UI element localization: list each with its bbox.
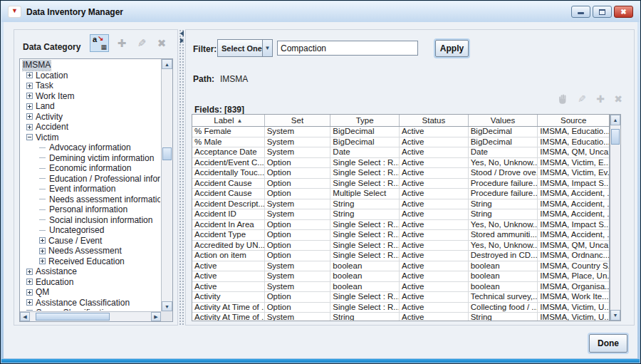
table-cell[interactable]: BigDecimal xyxy=(330,127,400,137)
expand-icon[interactable] xyxy=(26,103,33,110)
table-cell[interactable]: System xyxy=(265,313,331,321)
add-category-button[interactable]: ✚ xyxy=(114,36,130,51)
table-row[interactable]: Accident In AreaOptionSingle Select : R.… xyxy=(192,220,609,231)
table-cell[interactable]: Activity At Time of ... xyxy=(192,313,265,321)
table-row[interactable]: ActiveSystembooleanActivebooleanIMSMA, C… xyxy=(192,261,609,272)
tree-item[interactable]: Economic information xyxy=(21,163,160,174)
tree-item[interactable]: Assistance Classification xyxy=(21,298,160,308)
table-cell[interactable]: String xyxy=(330,199,400,209)
table-cell[interactable]: Active xyxy=(400,251,469,261)
table-cell[interactable]: System xyxy=(265,271,331,281)
table-cell[interactable]: Collecting food / ... xyxy=(469,303,538,313)
done-button[interactable]: Done xyxy=(589,334,627,353)
scroll-up-button[interactable]: ▲ xyxy=(162,59,172,69)
expand-icon[interactable] xyxy=(26,113,33,120)
tree-item[interactable]: Location xyxy=(21,71,160,81)
tree-item[interactable]: Cause Classification xyxy=(21,308,160,311)
filter-dropdown[interactable]: Select One ▼ xyxy=(217,39,273,57)
tree-item[interactable]: Task xyxy=(21,80,160,91)
table-cell[interactable]: Single Select : R... xyxy=(330,251,400,261)
table-row[interactable]: Activity At Time of ...OptionSingle Sele… xyxy=(192,303,609,313)
table-cell[interactable]: IMSMA, QM, Unca... xyxy=(538,147,609,157)
table-cell[interactable]: Active xyxy=(400,179,469,189)
tree-hscroll-thumb[interactable] xyxy=(36,313,110,321)
apply-button[interactable]: Apply xyxy=(435,40,469,57)
scroll-right-button[interactable]: ▶ xyxy=(151,312,161,321)
expand-icon[interactable] xyxy=(26,269,33,275)
table-cell[interactable]: Single Select : R... xyxy=(330,303,400,313)
table-cell[interactable]: Stood / Drove ove... xyxy=(469,168,538,178)
table-cell[interactable]: Technical survey,... xyxy=(469,292,538,302)
table-cell[interactable]: Option xyxy=(265,168,331,178)
table-row[interactable]: Acceptance DateSystemDateActiveDateIMSMA… xyxy=(192,147,609,158)
table-cell[interactable]: Accident In Area xyxy=(192,220,265,230)
table-vscroll-thumb[interactable] xyxy=(611,129,620,145)
table-cell[interactable]: Option xyxy=(265,158,331,168)
tree-item[interactable]: Received Education xyxy=(21,256,160,267)
table-cell[interactable]: Single Select : R... xyxy=(330,179,400,189)
scroll-down-button[interactable]: ▼ xyxy=(610,310,620,321)
table-cell[interactable]: Stored ammuniti... xyxy=(469,230,538,240)
edit-field-button[interactable]: ✎ xyxy=(575,93,589,105)
table-cell[interactable]: Single Select : R... xyxy=(330,168,400,178)
table-cell[interactable]: boolean xyxy=(469,282,538,292)
table-cell[interactable]: boolean xyxy=(469,261,538,271)
tree-item[interactable]: IMSMA xyxy=(21,60,160,71)
table-cell[interactable]: System xyxy=(265,137,331,147)
table-cell[interactable]: boolean xyxy=(330,282,400,292)
add-field-button[interactable]: ✚ xyxy=(593,93,608,105)
table-cell[interactable]: Procedure failure... xyxy=(469,189,538,199)
table-cell[interactable]: Single Select : R... xyxy=(330,230,400,240)
tree-item[interactable]: Social inclusion information xyxy=(21,215,160,226)
table-cell[interactable]: Active xyxy=(192,261,265,271)
tree-item[interactable]: Needs Assessment xyxy=(21,246,160,256)
table-cell[interactable]: Activity At Time of ... xyxy=(192,303,265,313)
tree-item[interactable]: Needs assessment information xyxy=(21,194,160,205)
table-row[interactable]: ActiveSystembooleanActivebooleanIMSMA, P… xyxy=(192,271,609,282)
table-cell[interactable]: Accident Type xyxy=(192,230,265,240)
drag-field-button[interactable] xyxy=(556,93,570,105)
table-cell[interactable]: Accident Descript... xyxy=(192,199,265,209)
table-cell[interactable]: Option xyxy=(265,251,331,261)
table-cell[interactable]: IMSMA, Victim, U... xyxy=(538,303,609,313)
table-cell[interactable]: IMSMA, Country S... xyxy=(538,261,609,271)
table-row[interactable]: Action on itemOptionSingle Select : R...… xyxy=(192,251,609,261)
column-header[interactable]: Label▲ xyxy=(192,115,265,126)
table-row[interactable]: Accident CauseOptionMultiple SelectActiv… xyxy=(192,189,609,199)
table-cell[interactable]: IMSMA, Educatio... xyxy=(538,127,609,137)
table-row[interactable]: ActivityOptionSingle Select : R...Active… xyxy=(192,292,609,303)
table-cell[interactable]: Option xyxy=(265,241,331,251)
table-cell[interactable]: Active xyxy=(400,127,469,137)
table-cell[interactable]: IMSMA, Victim, E... xyxy=(538,158,609,168)
table-cell[interactable]: Active xyxy=(400,199,469,209)
edit-category-button[interactable]: ✎ xyxy=(134,36,150,51)
table-cell[interactable]: Date xyxy=(330,147,400,157)
scroll-up-button[interactable]: ▲ xyxy=(610,115,620,125)
table-cell[interactable]: Option xyxy=(265,220,331,230)
translate-labels-button[interactable]: a ↘ ▦ xyxy=(90,34,109,52)
table-cell[interactable]: Accident Cause xyxy=(192,179,265,189)
collapse-icon[interactable] xyxy=(26,134,33,140)
minimize-button[interactable] xyxy=(571,6,590,18)
table-cell[interactable]: IMSMA, Accident, ... xyxy=(538,230,609,240)
table-cell[interactable]: Option xyxy=(265,189,331,199)
table-cell[interactable]: IMSMA, Ordnanc... xyxy=(538,251,609,261)
table-row[interactable]: Accident TypeOptionSingle Select : R...A… xyxy=(192,230,609,241)
column-header[interactable]: Values xyxy=(469,115,538,126)
table-row[interactable]: Accidentally Touc...OptionSingle Select … xyxy=(192,168,609,179)
table-cell[interactable]: Active xyxy=(400,168,469,178)
expand-icon[interactable] xyxy=(39,258,46,264)
column-header[interactable]: Status xyxy=(400,115,469,126)
table-cell[interactable]: Yes, No, Unknow... xyxy=(469,220,538,230)
tree-item[interactable]: Education xyxy=(21,277,160,288)
table-cell[interactable]: Active xyxy=(400,220,469,230)
table-cell[interactable]: IMSMA, QM, Unca... xyxy=(538,241,609,251)
table-cell[interactable]: Active xyxy=(400,158,469,168)
tree-vertical-scrollbar[interactable]: ▲ ▼ xyxy=(161,59,172,311)
table-cell[interactable]: Single Select : R... xyxy=(330,158,400,168)
table-cell[interactable]: Acceptance Date xyxy=(192,147,265,157)
close-button[interactable]: ✖ xyxy=(614,6,633,18)
table-cell[interactable]: String xyxy=(469,313,538,321)
table-row[interactable]: % MaleSystemBigDecimalActiveBigDecimalIM… xyxy=(192,137,609,148)
table-cell[interactable]: String xyxy=(330,209,400,219)
